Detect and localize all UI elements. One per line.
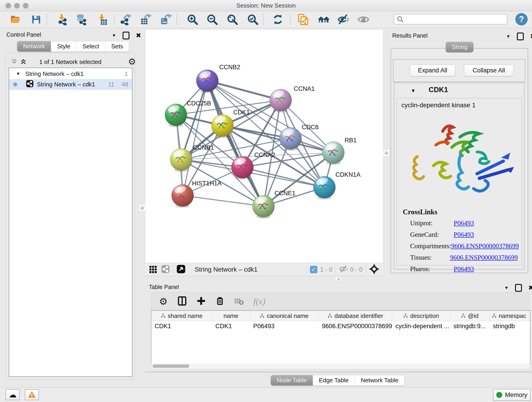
panel-menu-icon[interactable]: ▼ <box>506 34 510 39</box>
column-header-canonical-name[interactable]: canonical name <box>250 311 319 321</box>
string-view-icon[interactable] <box>161 265 170 274</box>
panel-menu-icon[interactable]: ▼ <box>112 33 116 38</box>
open-session-button[interactable] <box>10 13 22 26</box>
copy-network-button[interactable] <box>297 13 309 26</box>
crosslink-genecard-link[interactable]: P06493 <box>454 231 474 238</box>
zoom-in-button[interactable] <box>186 13 198 26</box>
cell-description[interactable]: cyclin-dependent ... <box>392 321 450 331</box>
svg-text:CCNA1: CCNA1 <box>294 85 315 92</box>
warnings-button[interactable] <box>25 389 39 400</box>
selected-checkbox-icon[interactable]: ✓ <box>310 266 317 273</box>
cell--id[interactable]: stringdb:9... <box>450 321 490 331</box>
show-all-button[interactable] <box>357 13 369 26</box>
import-network-button[interactable] <box>56 13 68 26</box>
tab-sets[interactable]: Sets <box>105 41 129 51</box>
scrollbar-thumb[interactable] <box>152 364 189 368</box>
network-collection-row[interactable]: ▼ String Network – cdk1 1 <box>9 68 132 79</box>
crosslink-row: Tissues:9606.ENSP00000378699 <box>410 254 518 261</box>
panel-menu-icon[interactable]: ▼ <box>504 285 509 290</box>
table-h-scrollbar[interactable] <box>151 364 530 369</box>
crosslink-tissues-link[interactable]: 9606.ENSP00000378699 <box>450 254 518 261</box>
table-row[interactable]: CDK1CDK1P064939606.ENSP00000378699cyclin… <box>152 321 530 331</box>
fit-content-crosshair-icon[interactable] <box>369 264 379 275</box>
zoom-out-button[interactable] <box>206 13 218 26</box>
cell-namespac[interactable]: stringdb <box>490 321 529 331</box>
column-label: shared name <box>168 313 203 319</box>
panel-float-icon[interactable] <box>517 32 524 40</box>
tab-edge-table[interactable]: Edge Table <box>313 375 355 385</box>
svg-text:CDC6: CDC6 <box>302 124 319 131</box>
crosslink-pharos-link[interactable]: P06493 <box>454 265 474 273</box>
panel-float-icon[interactable] <box>123 32 129 39</box>
expand-all-button[interactable]: Expand All <box>410 65 455 76</box>
panel-close-icon[interactable]: ✖ <box>530 33 532 39</box>
panel-close-icon[interactable]: ✖ <box>528 285 532 291</box>
section-collapse-icon[interactable]: ▼ <box>411 88 416 94</box>
column-header-namespac[interactable]: namespac <box>490 311 529 321</box>
status-bar: ☁ Memory <box>0 387 532 402</box>
delete-table-icon <box>234 296 244 307</box>
cell-shared-name[interactable]: CDK1 <box>152 321 212 331</box>
first-neighbors-button[interactable] <box>318 13 330 26</box>
cell-name[interactable]: CDK1 <box>212 321 250 331</box>
crosslink-compartments-link[interactable]: 9606.ENSP00000378699 <box>451 242 519 250</box>
export-image-button[interactable] <box>160 13 172 26</box>
search-input[interactable] <box>406 16 504 23</box>
svg-text:RB1: RB1 <box>345 137 357 144</box>
column-header-name[interactable]: name <box>212 311 250 321</box>
column-header-database-identifier[interactable]: database identifier <box>319 311 392 321</box>
tab-select[interactable]: Select <box>76 41 105 51</box>
network-row-selected[interactable]: String Network – cdk1 11 48 <box>9 79 132 90</box>
panel-close-icon[interactable]: ✖ <box>136 32 141 38</box>
search-field[interactable] <box>394 14 507 25</box>
collapse-all-button[interactable]: Collapse All <box>464 65 514 76</box>
grid-view-icon[interactable] <box>149 265 157 274</box>
column-header-shared-name[interactable]: shared name <box>152 311 212 321</box>
cell-canonical-name[interactable]: P06493 <box>250 321 319 331</box>
column-header--id[interactable]: @id <box>450 311 490 321</box>
options-gear-icon[interactable]: ⚙ <box>128 57 136 67</box>
horizontal-splitter-handle[interactable] <box>335 276 342 281</box>
zoom-selected-button[interactable] <box>247 13 259 26</box>
export-network-button[interactable] <box>120 13 132 26</box>
table-gear-icon[interactable]: ⚙ <box>159 296 168 307</box>
crosslink-uniprot-link[interactable]: P06493 <box>454 219 474 227</box>
export-table-button[interactable] <box>140 13 152 26</box>
save-session-button[interactable] <box>30 13 42 26</box>
zoom-fit-button[interactable] <box>226 13 238 26</box>
save-icon <box>31 14 41 25</box>
svg-text:HIST1H1A: HIST1H1A <box>192 180 222 187</box>
netbar-separator <box>173 265 173 274</box>
netbar-separator <box>366 265 366 274</box>
delete-column-icon[interactable] <box>215 296 225 306</box>
left-splitter-handle[interactable] <box>139 204 145 211</box>
network-graph[interactable]: CCNB2CCNA1CDC25BCDK1CDC6RB1CCNB1CCNA2CDK… <box>145 30 383 263</box>
protein-structure-image <box>408 113 514 202</box>
import-database-button[interactable] <box>75 13 87 26</box>
section-title: CDK1 <box>429 86 448 94</box>
tab-network-table[interactable]: Network Table <box>355 375 404 385</box>
tab-string[interactable]: String <box>446 42 473 52</box>
panel-float-icon[interactable] <box>515 284 522 292</box>
help-button[interactable]: ? <box>515 13 528 26</box>
add-column-icon[interactable] <box>196 296 206 306</box>
crosslinks-title: CrossLinks <box>403 208 437 216</box>
memory-button[interactable]: Memory <box>493 389 531 401</box>
control-panel: Control Panel ▼ ✖ NetworkStyleSelectSets… <box>2 30 136 383</box>
hide-unselected-button[interactable] <box>337 13 349 26</box>
network-canvas[interactable]: CCNB2CCNA1CDC25BCDK1CDC6RB1CCNB1CCNA2CDK… <box>145 30 383 263</box>
right-splitter-handle[interactable] <box>383 149 389 156</box>
import-table-button[interactable] <box>96 13 108 26</box>
cell-database-identifier[interactable]: 9606.ENSP00000378699 <box>319 321 392 331</box>
show-columns-icon[interactable] <box>177 296 187 307</box>
tab-network[interactable]: Network <box>17 41 51 51</box>
cloud-status-button[interactable]: ☁ <box>6 389 20 400</box>
refresh-button[interactable] <box>272 13 284 26</box>
tab-node-table[interactable]: Node Table <box>271 375 313 385</box>
tree-expand-icon[interactable]: ▼ <box>16 71 20 76</box>
results-panel-tabs: String <box>446 42 474 52</box>
tab-style[interactable]: Style <box>51 41 76 51</box>
column-header-description[interactable]: description <box>392 311 450 321</box>
birdseye-view-icon[interactable] <box>177 264 186 274</box>
svg-text:CCNB2: CCNB2 <box>219 64 240 70</box>
